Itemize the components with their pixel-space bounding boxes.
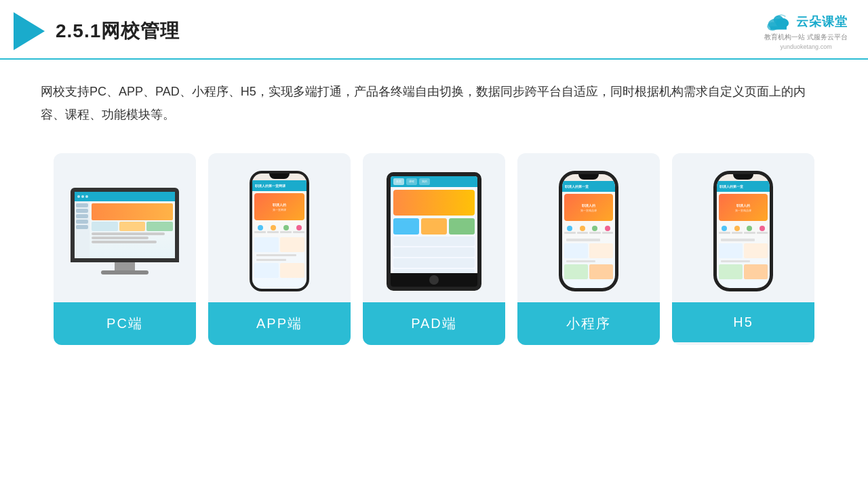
icon-circle	[296, 225, 302, 230]
miniapp-content-row	[564, 243, 613, 258]
h5-header-label: 职涯人的第一堂	[719, 184, 743, 188]
phone-icon-3	[280, 224, 292, 235]
miniapp-icons-row	[562, 223, 615, 237]
miniapp-text-line	[566, 239, 600, 241]
icon-label	[602, 232, 614, 234]
icon-circle	[722, 226, 727, 231]
phone-text-line	[256, 259, 286, 261]
miniapp-content-card	[589, 243, 613, 258]
app-phone-screen: 职涯人的第一堂网课 职涯人的 第一堂网课	[252, 174, 307, 289]
pc-text-line	[92, 232, 165, 235]
cloud-logo-icon	[765, 12, 792, 31]
phone-text-line	[256, 254, 296, 256]
pc-card-item	[146, 222, 173, 231]
icon-circle	[747, 226, 752, 231]
pc-main-area	[90, 201, 175, 258]
main-content: 网校支持PC、APP、PAD、小程序、H5，实现多端打通，产品各终端自由切换，数…	[0, 60, 868, 359]
icon-label	[757, 232, 768, 234]
miniapp-phone-screen: 职涯人的第一堂 职涯人的 第一堂精品课	[562, 174, 615, 288]
phone-content-rows	[252, 236, 307, 279]
brand-area: 云朵课堂 教育机构一站 式服务云平台 yunduoketang.com	[764, 12, 848, 50]
h5-phone-screen: 职涯人的第一堂 职涯人的 第一堂精品课	[717, 174, 770, 288]
pc-text-rows	[92, 232, 173, 243]
icon-label	[280, 231, 292, 233]
h5-content-card-4	[744, 264, 768, 279]
icon-circle	[271, 225, 276, 230]
header: 2.5.1网校管理 云朵课堂 教育机构一站 式服务云平台 yunduoketan…	[0, 0, 868, 60]
pc-text-line	[92, 241, 157, 243]
tab-2: 我的	[419, 178, 430, 185]
phone-content-card	[254, 237, 279, 252]
brand-url-text: yunduoketang.com	[781, 43, 832, 50]
tablet-card-2	[421, 218, 447, 235]
miniapp-icon-1	[564, 224, 576, 235]
tablet-list-item	[393, 237, 475, 246]
icon-label	[293, 231, 304, 233]
tablet-list-item	[393, 269, 475, 273]
h5-icon-2	[732, 224, 743, 235]
tablet-screen: 首页 课程 我的	[391, 176, 477, 273]
header-left: 2.5.1网校管理	[14, 12, 180, 50]
miniapp-phone-mockup: 职涯人的第一堂 职涯人的 第一堂精品课	[559, 171, 618, 291]
h5-content-row-2	[719, 264, 768, 279]
phone-app-header: 职涯人的第一堂网课	[252, 180, 307, 191]
phone-icon-1	[254, 224, 266, 235]
tab-1: 课程	[406, 178, 417, 185]
phone-content-row	[254, 237, 304, 252]
description-text: 网校支持PC、APP、PAD、小程序、H5，实现多端打通，产品各终端自由切换，数…	[41, 80, 827, 126]
phone-notch	[269, 174, 290, 179]
tablet-header: 首页 课程 我的	[391, 176, 477, 187]
miniapp-icon-2	[577, 224, 589, 235]
app-label: APP端	[208, 302, 351, 345]
miniapp-icon-4	[602, 224, 614, 235]
brand-logo: 云朵课堂	[765, 12, 848, 31]
phone-icon-2	[267, 224, 279, 235]
logo-icon	[14, 12, 45, 50]
pc-mockup	[66, 188, 184, 274]
h5-icons-row	[717, 223, 770, 237]
pc-base	[101, 270, 149, 274]
pad-label: PAD端	[363, 302, 505, 345]
phone-content-card	[280, 263, 304, 278]
pc-screen-body	[75, 201, 175, 258]
h5-banner-title: 职涯人的	[736, 203, 750, 207]
page-title: 2.5.1网校管理	[56, 18, 180, 44]
app-image-area: 职涯人的第一堂网课 职涯人的 第一堂网课	[208, 153, 351, 302]
phone-banner: 职涯人的 第一堂网课	[254, 193, 304, 220]
miniapp-app-header: 职涯人的第一堂	[562, 181, 615, 192]
pc-stand	[115, 262, 135, 270]
icon-label	[719, 232, 730, 234]
tablet-list-item	[393, 258, 475, 268]
h5-icon-4	[757, 224, 768, 235]
icon-circle	[567, 226, 572, 231]
h5-text-line-2	[721, 260, 750, 262]
icon-label	[564, 232, 576, 234]
icon-label	[744, 232, 755, 234]
brand-name-text: 云朵课堂	[796, 14, 848, 30]
pc-sidebar	[75, 201, 90, 258]
h5-card: 职涯人的第一堂 职涯人的 第一堂精品课	[672, 153, 814, 345]
pc-text-line	[92, 237, 149, 239]
pc-monitor	[71, 188, 179, 262]
h5-image-area: 职涯人的第一堂 职涯人的 第一堂精品课	[672, 153, 814, 302]
pc-dot-2	[81, 195, 84, 198]
miniapp-banner: 职涯人的 第一堂精品课	[564, 194, 613, 221]
icon-label	[577, 232, 589, 234]
tablet-banner	[393, 190, 475, 216]
miniapp-content-card	[564, 243, 588, 258]
pc-card-item	[119, 222, 146, 231]
tablet-home-button	[429, 275, 439, 285]
miniapp-text-line-2	[566, 260, 595, 262]
phone-notch-2	[578, 174, 599, 180]
miniapp-icon-3	[589, 224, 601, 235]
icon-circle	[592, 226, 597, 231]
phone-content-card	[254, 263, 279, 278]
icon-circle	[605, 226, 610, 231]
miniapp-content-card-3	[589, 264, 613, 279]
phone-notch-3	[733, 174, 753, 180]
pc-dot-1	[77, 195, 80, 198]
phone-content-row-2	[254, 263, 304, 278]
pc-cards-row	[92, 222, 173, 231]
tablet-mockup: 首页 课程 我的	[387, 172, 481, 291]
h5-icon-3	[744, 224, 755, 235]
